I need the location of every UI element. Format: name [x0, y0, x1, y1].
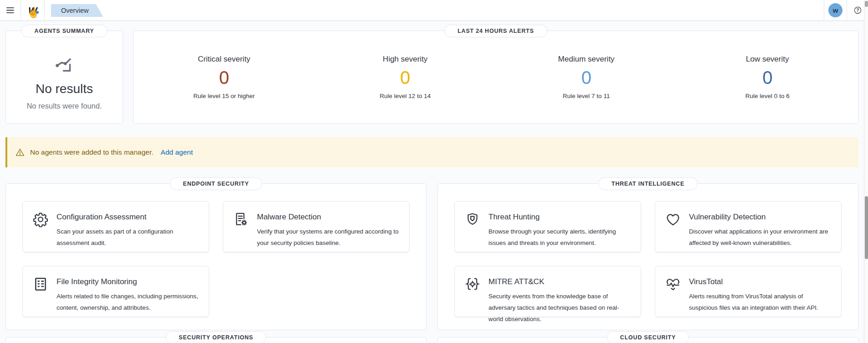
module-card[interactable]: Threat HuntingBrowse through your securi… — [454, 201, 641, 252]
module-card-description: Discover what applications in your envir… — [689, 226, 831, 249]
module-card[interactable]: Vulnerability DetectionDiscover what app… — [655, 201, 842, 252]
page-scrollbar[interactable] — [864, 0, 868, 343]
no-results-subtitle: No results were found. — [26, 102, 102, 110]
severity-count: 0 — [581, 68, 591, 88]
agents-summary-badge: AGENTS SUMMARY — [21, 25, 108, 37]
module-card-description: Alerts related to file changes, includin… — [56, 291, 199, 314]
severity-label: High severity — [383, 55, 427, 64]
agents-summary-panel: AGENTS SUMMARY No results No results wer… — [5, 31, 123, 124]
module-card-title[interactable]: Configuration Assessment — [56, 213, 199, 222]
no-results-title: No results — [36, 82, 93, 96]
gear-icon — [33, 212, 48, 227]
menu-hamburger-icon[interactable] — [0, 0, 21, 21]
tab-overview[interactable]: Overview — [51, 4, 103, 17]
document-gear-icon — [233, 212, 249, 227]
user-avatar[interactable]: w — [828, 3, 842, 17]
module-card[interactable]: MITRE ATT&CKSecurity events from the kno… — [454, 266, 641, 317]
tab-overview-label: Overview — [61, 7, 88, 14]
scrollbar-thumb[interactable] — [865, 196, 868, 259]
severity-label: Critical severity — [198, 55, 250, 64]
section-threat-intelligence: THREAT INTELLIGENCE Threat HuntingBrowse… — [437, 183, 858, 330]
braces-crosshair-icon — [465, 276, 480, 292]
module-card-description: Verify that your systems are configured … — [257, 226, 399, 249]
scrollbar-top-nub — [865, 1, 868, 7]
shield-icon — [465, 212, 480, 227]
module-card-description: Browse through your security alerts, ide… — [488, 226, 631, 249]
module-card-description: Security events from the knowledge base … — [488, 291, 631, 325]
severity-rule-range: Rule level 0 to 6 — [745, 93, 790, 99]
cloud-security-badge: CLOUD SECURITY — [607, 331, 689, 343]
severity-column: Critical severity0Rule level 15 or highe… — [134, 55, 315, 99]
module-card-title[interactable]: MITRE ATT&CK — [488, 277, 631, 286]
module-card[interactable]: Malware DetectionVerify that your system… — [223, 201, 410, 252]
severity-label: Low severity — [746, 55, 789, 64]
module-card-title[interactable]: VirusTotal — [689, 277, 831, 286]
no-agents-warning-banner: No agents were added to this manager. Ad… — [5, 137, 858, 167]
module-card[interactable]: File Integrity MonitoringAlerts related … — [22, 266, 209, 317]
module-card-title[interactable]: File Integrity Monitoring — [56, 277, 199, 286]
severity-column: Low severity0Rule level 0 to 6 — [677, 55, 858, 99]
endpoint-security-badge: ENDPOINT SECURITY — [170, 177, 262, 190]
severity-count: 0 — [400, 68, 410, 88]
logo-dot — [36, 11, 39, 14]
heart-icon — [665, 212, 681, 227]
heartbeat-icon — [665, 276, 681, 292]
warning-triangle-icon — [15, 148, 25, 157]
section-security-operations: SECURITY OPERATIONS — [5, 337, 426, 343]
last-24-hours-alerts-panel: LAST 24 HOURS ALERTS Critical severity0R… — [133, 31, 858, 124]
module-card-description: Alerts resulting from VirusTotal analysi… — [689, 291, 831, 314]
severity-rule-range: Rule level 12 to 14 — [380, 93, 431, 99]
severity-rule-range: Rule level 7 to 11 — [563, 93, 610, 99]
module-card-title[interactable]: Threat Hunting — [488, 213, 631, 222]
document-lines-icon — [33, 276, 48, 292]
severity-column: High severity0Rule level 12 to 14 — [315, 55, 496, 99]
security-operations-badge: SECURITY OPERATIONS — [165, 331, 266, 343]
severity-count: 0 — [219, 68, 229, 88]
line-chart-icon — [54, 52, 75, 75]
module-card-description: Scan your assets as part of a configurat… — [56, 226, 199, 249]
top-navigation-bar: W ☝ Overview w — [0, 0, 868, 21]
alerts-panel-badge: LAST 24 HOURS ALERTS — [444, 25, 547, 37]
warning-message: No agents were added to this manager. — [30, 148, 154, 156]
module-card-title[interactable]: Vulnerability Detection — [689, 213, 831, 222]
severity-count: 0 — [762, 68, 772, 88]
module-card-title[interactable]: Malware Detection — [257, 213, 399, 222]
main-content: AGENTS SUMMARY No results No results wer… — [0, 31, 864, 343]
severity-label: Medium severity — [558, 55, 615, 64]
severity-rule-range: Rule level 15 or higher — [193, 93, 255, 99]
avatar-initial: w — [833, 6, 838, 14]
section-cloud-security: CLOUD SECURITY — [437, 337, 858, 343]
wazuh-logo[interactable]: W ☝ — [21, 0, 45, 21]
section-endpoint-security: ENDPOINT SECURITY Configuration Assessme… — [5, 183, 426, 330]
module-card[interactable]: VirusTotalAlerts resulting from VirusTot… — [655, 266, 842, 317]
add-agent-link[interactable]: Add agent — [161, 148, 193, 156]
threat-intelligence-badge: THREAT INTELLIGENCE — [598, 177, 698, 190]
severity-column: Medium severity0Rule level 7 to 11 — [496, 55, 677, 99]
module-card[interactable]: Configuration AssessmentScan your assets… — [22, 201, 209, 252]
